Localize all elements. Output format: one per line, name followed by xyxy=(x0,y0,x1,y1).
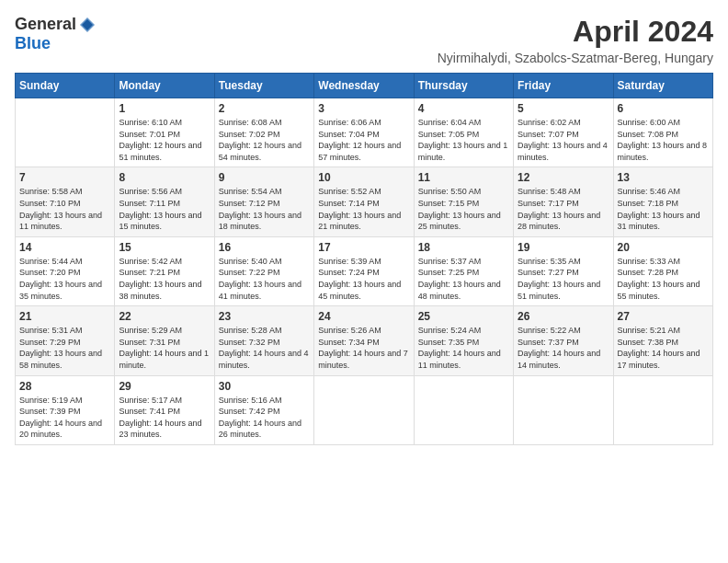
day-number: 22 xyxy=(119,310,210,323)
day-number: 16 xyxy=(219,241,310,254)
weekday-header-saturday: Saturday xyxy=(613,74,712,98)
day-number: 14 xyxy=(19,241,110,254)
calendar-cell xyxy=(514,375,613,444)
day-number: 10 xyxy=(318,171,409,184)
day-number: 13 xyxy=(618,171,709,184)
day-number: 8 xyxy=(119,171,210,184)
calendar-cell: 25Sunrise: 5:24 AMSunset: 7:35 PMDayligh… xyxy=(414,306,513,375)
calendar-week-4: 21Sunrise: 5:31 AMSunset: 7:29 PMDayligh… xyxy=(16,306,713,375)
calendar-cell: 18Sunrise: 5:37 AMSunset: 7:25 PMDayligh… xyxy=(414,236,513,305)
calendar-cell: 1Sunrise: 6:10 AMSunset: 7:01 PMDaylight… xyxy=(115,98,214,167)
calendar-cell: 4Sunrise: 6:04 AMSunset: 7:05 PMDaylight… xyxy=(414,98,513,167)
calendar-cell: 13Sunrise: 5:46 AMSunset: 7:18 PMDayligh… xyxy=(613,167,712,236)
cell-info: Sunrise: 5:33 AMSunset: 7:28 PMDaylight:… xyxy=(618,256,709,302)
day-number: 24 xyxy=(318,310,409,323)
weekday-header-row: SundayMondayTuesdayWednesdayThursdayFrid… xyxy=(16,74,713,98)
logo-blue: Blue xyxy=(15,34,51,53)
cell-info: Sunrise: 5:29 AMSunset: 7:31 PMDaylight:… xyxy=(119,325,210,371)
calendar-week-1: 1Sunrise: 6:10 AMSunset: 7:01 PMDaylight… xyxy=(16,98,713,167)
calendar-cell: 26Sunrise: 5:22 AMSunset: 7:37 PMDayligh… xyxy=(514,306,613,375)
day-number: 29 xyxy=(119,380,210,393)
month-title: April 2024 xyxy=(438,15,713,49)
weekday-header-tuesday: Tuesday xyxy=(214,74,313,98)
cell-info: Sunrise: 6:06 AMSunset: 7:04 PMDaylight:… xyxy=(318,117,409,163)
logo-general: General xyxy=(15,15,76,34)
calendar-week-5: 28Sunrise: 5:19 AMSunset: 7:39 PMDayligh… xyxy=(16,375,713,444)
logo-icon xyxy=(78,16,97,34)
calendar-cell: 3Sunrise: 6:06 AMSunset: 7:04 PMDaylight… xyxy=(314,98,414,167)
cell-info: Sunrise: 5:39 AMSunset: 7:24 PMDaylight:… xyxy=(318,256,409,302)
day-number: 4 xyxy=(418,102,509,115)
day-number: 21 xyxy=(19,310,110,323)
calendar-cell: 2Sunrise: 6:08 AMSunset: 7:02 PMDaylight… xyxy=(214,98,313,167)
cell-info: Sunrise: 5:37 AMSunset: 7:25 PMDaylight:… xyxy=(418,256,509,302)
calendar-week-2: 7Sunrise: 5:58 AMSunset: 7:10 PMDaylight… xyxy=(16,167,713,236)
calendar-cell: 20Sunrise: 5:33 AMSunset: 7:28 PMDayligh… xyxy=(613,236,712,305)
page-header: General Blue April 2024 Nyirmihalydi, Sz… xyxy=(15,15,713,65)
cell-info: Sunrise: 5:46 AMSunset: 7:18 PMDaylight:… xyxy=(618,186,709,232)
day-number: 18 xyxy=(418,241,509,254)
calendar-cell: 21Sunrise: 5:31 AMSunset: 7:29 PMDayligh… xyxy=(16,306,115,375)
calendar-cell: 23Sunrise: 5:28 AMSunset: 7:32 PMDayligh… xyxy=(214,306,313,375)
cell-info: Sunrise: 6:02 AMSunset: 7:07 PMDaylight:… xyxy=(518,117,609,163)
calendar-cell: 9Sunrise: 5:54 AMSunset: 7:12 PMDaylight… xyxy=(214,167,313,236)
calendar-cell: 10Sunrise: 5:52 AMSunset: 7:14 PMDayligh… xyxy=(314,167,414,236)
calendar-cell xyxy=(414,375,513,444)
cell-info: Sunrise: 6:10 AMSunset: 7:01 PMDaylight:… xyxy=(119,117,210,163)
calendar-cell: 6Sunrise: 6:00 AMSunset: 7:08 PMDaylight… xyxy=(613,98,712,167)
weekday-header-monday: Monday xyxy=(115,74,214,98)
calendar-week-3: 14Sunrise: 5:44 AMSunset: 7:20 PMDayligh… xyxy=(16,236,713,305)
calendar-cell xyxy=(16,98,115,167)
cell-info: Sunrise: 6:00 AMSunset: 7:08 PMDaylight:… xyxy=(618,117,709,163)
day-number: 28 xyxy=(19,380,110,393)
cell-info: Sunrise: 5:48 AMSunset: 7:17 PMDaylight:… xyxy=(518,186,609,232)
cell-info: Sunrise: 5:40 AMSunset: 7:22 PMDaylight:… xyxy=(219,256,310,302)
calendar-cell xyxy=(314,375,414,444)
cell-info: Sunrise: 5:22 AMSunset: 7:37 PMDaylight:… xyxy=(518,325,609,371)
cell-info: Sunrise: 5:44 AMSunset: 7:20 PMDaylight:… xyxy=(19,256,110,302)
calendar-cell: 30Sunrise: 5:16 AMSunset: 7:42 PMDayligh… xyxy=(214,375,313,444)
title-area: April 2024 Nyirmihalydi, Szabolcs-Szatma… xyxy=(438,15,713,65)
day-number: 7 xyxy=(19,171,110,184)
calendar-cell: 7Sunrise: 5:58 AMSunset: 7:10 PMDaylight… xyxy=(16,167,115,236)
cell-info: Sunrise: 5:24 AMSunset: 7:35 PMDaylight:… xyxy=(418,325,509,371)
cell-info: Sunrise: 5:50 AMSunset: 7:15 PMDaylight:… xyxy=(418,186,509,232)
cell-info: Sunrise: 5:31 AMSunset: 7:29 PMDaylight:… xyxy=(19,325,110,371)
cell-info: Sunrise: 5:21 AMSunset: 7:38 PMDaylight:… xyxy=(618,325,709,371)
cell-info: Sunrise: 5:26 AMSunset: 7:34 PMDaylight:… xyxy=(318,325,409,371)
calendar-cell: 16Sunrise: 5:40 AMSunset: 7:22 PMDayligh… xyxy=(214,236,313,305)
day-number: 15 xyxy=(119,241,210,254)
calendar-cell xyxy=(613,375,712,444)
calendar-cell: 19Sunrise: 5:35 AMSunset: 7:27 PMDayligh… xyxy=(514,236,613,305)
weekday-header-sunday: Sunday xyxy=(16,74,115,98)
day-number: 11 xyxy=(418,171,509,184)
weekday-header-friday: Friday xyxy=(514,74,613,98)
logo: General Blue xyxy=(15,15,97,53)
calendar-cell: 15Sunrise: 5:42 AMSunset: 7:21 PMDayligh… xyxy=(115,236,214,305)
day-number: 12 xyxy=(518,171,609,184)
day-number: 3 xyxy=(318,102,409,115)
calendar-table: SundayMondayTuesdayWednesdayThursdayFrid… xyxy=(15,73,713,445)
cell-info: Sunrise: 5:17 AMSunset: 7:41 PMDaylight:… xyxy=(119,395,210,441)
calendar-cell: 29Sunrise: 5:17 AMSunset: 7:41 PMDayligh… xyxy=(115,375,214,444)
calendar-cell: 12Sunrise: 5:48 AMSunset: 7:17 PMDayligh… xyxy=(514,167,613,236)
day-number: 27 xyxy=(618,310,709,323)
weekday-header-wednesday: Wednesday xyxy=(314,74,414,98)
calendar-cell: 22Sunrise: 5:29 AMSunset: 7:31 PMDayligh… xyxy=(115,306,214,375)
cell-info: Sunrise: 5:35 AMSunset: 7:27 PMDaylight:… xyxy=(518,256,609,302)
day-number: 23 xyxy=(219,310,310,323)
day-number: 6 xyxy=(618,102,709,115)
weekday-header-thursday: Thursday xyxy=(414,74,513,98)
calendar-cell: 14Sunrise: 5:44 AMSunset: 7:20 PMDayligh… xyxy=(16,236,115,305)
cell-info: Sunrise: 5:52 AMSunset: 7:14 PMDaylight:… xyxy=(318,186,409,232)
day-number: 9 xyxy=(219,171,310,184)
day-number: 19 xyxy=(518,241,609,254)
calendar-cell: 28Sunrise: 5:19 AMSunset: 7:39 PMDayligh… xyxy=(16,375,115,444)
day-number: 1 xyxy=(119,102,210,115)
cell-info: Sunrise: 5:19 AMSunset: 7:39 PMDaylight:… xyxy=(19,395,110,441)
calendar-cell: 17Sunrise: 5:39 AMSunset: 7:24 PMDayligh… xyxy=(314,236,414,305)
cell-info: Sunrise: 6:04 AMSunset: 7:05 PMDaylight:… xyxy=(418,117,509,163)
cell-info: Sunrise: 6:08 AMSunset: 7:02 PMDaylight:… xyxy=(219,117,310,163)
cell-info: Sunrise: 5:16 AMSunset: 7:42 PMDaylight:… xyxy=(219,395,310,441)
day-number: 26 xyxy=(518,310,609,323)
